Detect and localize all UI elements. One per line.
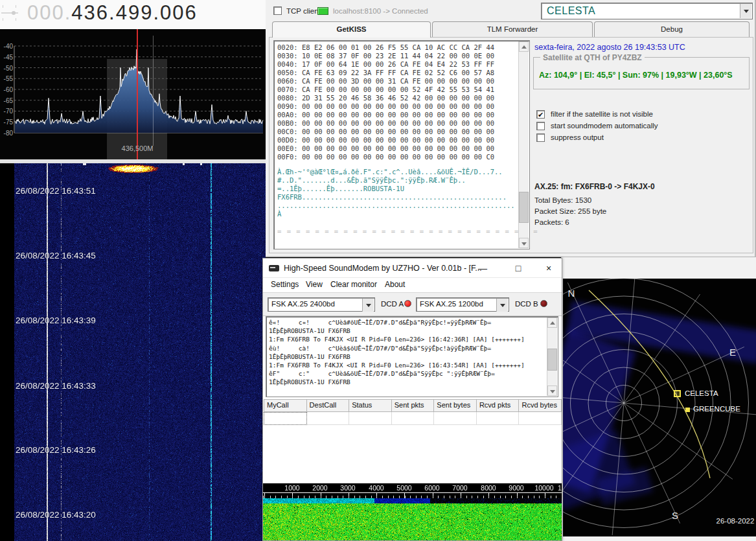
waterfall-timestamp: 26/08/2022 16:43:39	[16, 316, 96, 325]
menu-settings[interactable]: Settings	[271, 280, 299, 289]
suppress-output-checkbox[interactable]	[536, 133, 545, 142]
filter-visible-checkbox[interactable]: ✔	[536, 110, 545, 119]
dcd-b-led-icon	[540, 300, 547, 307]
dcd-b-label: DCD B	[515, 300, 538, 308]
freq-tick: 8000	[481, 484, 496, 492]
soundmodem-menubar: Settings View Clear monitor About	[263, 278, 562, 292]
menu-clear-monitor[interactable]: Clear monitor	[330, 280, 377, 289]
column-header[interactable]: Status	[349, 399, 392, 412]
freq-tick: 7000	[452, 484, 467, 492]
tcp-client-checkbox[interactable]	[273, 6, 282, 15]
arrow-down-icon	[521, 242, 527, 246]
total-bytes-stat: Total Bytes: 1530	[534, 196, 591, 204]
column-header[interactable]: Rcvd pkts	[477, 399, 520, 412]
waterfall-timestamp: 26/08/2022 16:43:51	[16, 186, 96, 196]
close-button[interactable]: ×	[538, 261, 560, 275]
column-header[interactable]: MyCall	[264, 399, 307, 412]
getkiss-app-window: TCP client localhost:8100 -> Connected C…	[266, 0, 756, 257]
column-header[interactable]: DestCall	[307, 399, 350, 412]
spectrum-display[interactable]: -40 -45 -50 -55 -60 -65 -70 -75 -80 436,…	[0, 29, 266, 159]
db-label: -70	[0, 108, 13, 115]
hex-dump-text: 0020: E8 E2 06 00 01 00 26 F5 55 CA 10 A…	[277, 43, 509, 161]
connection-status: localhost:8100 -> Connected	[333, 7, 428, 15]
minimize-button[interactable]: —	[472, 261, 494, 275]
scrollbar-thumb[interactable]	[519, 192, 529, 223]
monitor-text: ê«! c¤! c^Uèâ#õUÊ¬ÌÊ/D7#.D"d&Êþä"RÿÿÊþc!…	[269, 318, 546, 387]
soundmodem-window: High-Speed SoundModem by UZ7HO - Ver 0.0…	[262, 258, 562, 541]
slider-knob-icon[interactable]	[12, 11, 16, 15]
packets-stat: Packets: 6	[534, 218, 569, 226]
satellite-marker-celesta[interactable]	[674, 390, 681, 397]
connection-led-icon	[317, 7, 328, 15]
scroll-up-button[interactable]	[519, 41, 529, 52]
compass-east-label: E	[729, 347, 736, 358]
utc-datetime: sexta-feira, 2022 agosto 26 19:43:53 UTC	[534, 43, 685, 52]
freq-tick: 6000	[424, 484, 439, 492]
combo-dropdown-button[interactable]	[496, 299, 508, 312]
waterfall-timestamp: 26/08/2022 16:43:20	[16, 510, 96, 520]
slider-track-icon	[1, 12, 18, 14]
combo-dropdown-button[interactable]	[740, 4, 751, 18]
db-label: -60	[0, 86, 13, 93]
modem-a-select[interactable]: FSK AX.25 2400bd	[268, 297, 375, 312]
combo-dropdown-button[interactable]	[362, 299, 374, 312]
satellite-qth-groupbox: Satellite at QTH of PY4ZBZ Az: 104,9° | …	[533, 57, 750, 89]
az-el-sun-readout: Az: 104,9° | El: 45,5° | Sun: 97% | 19,9…	[539, 71, 733, 80]
desktop: 000.436.499.006 -40 -45 -50 -55 -60 -65 …	[0, 0, 756, 541]
column-header[interactable]: Rcvd bytes	[519, 399, 562, 412]
table-cell-selected[interactable]	[264, 412, 307, 425]
modem-b-select[interactable]: FSK AX.25 1200bd	[416, 297, 509, 312]
center-frequency-label: 436,500M	[104, 144, 171, 152]
polar-radar-map[interactable]: N E S CELESTA GREENCUBE 26-08-2022 1	[563, 279, 756, 536]
arrow-down-icon	[550, 390, 555, 393]
frequency-display[interactable]: 000.436.499.006	[27, 1, 198, 25]
freq-tick: 9000	[509, 484, 523, 492]
waterfall-timestamp: 26/08/2022 16:43:33	[16, 381, 96, 391]
maximize-button[interactable]: □	[507, 261, 529, 275]
satellite-map-window: N E S CELESTA GREENCUBE 26-08-2022 1	[561, 257, 756, 541]
waterfall-canvas	[0, 163, 266, 541]
checkbox-label: suppress output	[551, 133, 604, 141]
tab-getkiss[interactable]: GetKISS	[272, 21, 431, 38]
tab-tlm-forwarder[interactable]: TLM Forwarder	[432, 21, 593, 37]
db-label: -45	[0, 54, 13, 61]
compass-south-label: S	[672, 510, 678, 521]
modem-a-value: FSK AX.25 2400bd	[271, 300, 335, 308]
packet-monitor[interactable]: ê«! c¤! c^Uèâ#õUÊ¬ÌÊ/D7#.D"d&Êþä"RÿÿÊþc!…	[266, 316, 558, 397]
scroll-down-button[interactable]	[547, 386, 557, 396]
column-header[interactable]: Sent bytes	[434, 399, 477, 412]
autostart-checkbox[interactable]	[536, 122, 545, 130]
packet-hex-view[interactable]: 0020: E8 E2 06 00 01 00 26 F5 55 CA 10 A…	[273, 40, 530, 249]
sdr-header: 000.436.499.006	[0, 0, 266, 29]
table-row[interactable]	[264, 412, 562, 425]
ruler-tickmarks	[263, 492, 562, 498]
waterfall-display[interactable]: 26/08/2022 16:43:51 26/08/2022 16:43:45 …	[0, 163, 266, 541]
tuning-slider[interactable]	[1, 5, 21, 22]
monitor-scrollbar[interactable]	[547, 317, 557, 396]
hex-scrollbar[interactable]	[518, 41, 529, 248]
menu-view[interactable]: View	[306, 280, 323, 289]
db-label: -50	[0, 65, 13, 72]
ascii-footer-line: = = = = = = = = = = = = = = = = = = = = …	[277, 227, 538, 235]
audio-waterfall-canvas[interactable]	[263, 498, 562, 540]
column-header[interactable]: Sent pkts	[392, 399, 435, 412]
arrow-up-icon	[550, 321, 555, 325]
modem-b-value: FSK AX.25 1200bd	[420, 300, 483, 308]
scroll-up-button[interactable]	[547, 317, 557, 328]
connections-table: MyCall DestCall Status Sent pkts Sent by…	[264, 399, 562, 425]
window-title: High-Speed SoundModem by UZ7HO - Ver 0.0…	[284, 264, 482, 273]
satellite-marker-greencube[interactable]	[685, 408, 690, 412]
menu-about[interactable]: About	[385, 280, 405, 289]
audio-frequency-ruler: 1000 2000 3000 4000 5000 6000 7000 8000 …	[263, 483, 562, 498]
satellite-select[interactable]: CELESTA	[541, 3, 753, 19]
tab-debug[interactable]: Debug	[594, 21, 750, 37]
soundmodem-titlebar[interactable]: High-Speed SoundModem by UZ7HO - Ver 0.0…	[263, 259, 562, 278]
scrollbar-thumb[interactable]	[547, 349, 557, 371]
chevron-down-icon	[500, 304, 505, 307]
freq-tick: 10000	[534, 484, 553, 492]
freq-tick: 4000	[369, 484, 384, 492]
frequency-value: 436.499.006	[71, 1, 197, 24]
tuning-center-line	[137, 29, 138, 159]
db-label: -65	[0, 97, 13, 104]
scroll-down-button[interactable]	[519, 238, 529, 248]
